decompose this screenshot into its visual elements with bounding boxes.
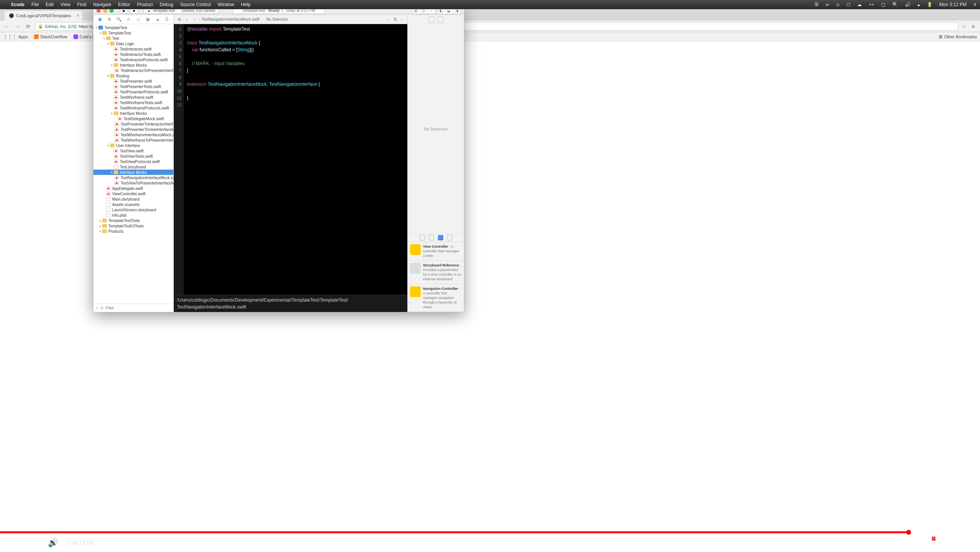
code-editor[interactable]: 123456789101112 @testable import Templat… xyxy=(174,24,407,295)
tree-row[interactable]: TestViewTests.swift xyxy=(93,154,173,159)
file-template-library-icon[interactable] xyxy=(420,235,425,240)
quick-help-tab-icon[interactable] xyxy=(438,16,444,23)
library-item[interactable]: View Controller - A controller that mana… xyxy=(408,242,464,261)
test-navigator-tab-icon[interactable]: ◇ xyxy=(135,16,141,23)
menu-help[interactable]: Help xyxy=(241,2,250,7)
menu-file[interactable]: File xyxy=(31,2,39,7)
menubar-dropbox-icon[interactable]: ◇ xyxy=(836,2,840,7)
menu-xcode[interactable]: Xcode xyxy=(11,2,24,7)
project-navigator-tab-icon[interactable]: ▣ xyxy=(97,16,103,23)
progress-track[interactable] xyxy=(0,531,980,533)
menubar-clock[interactable]: Mon 3:12 PM xyxy=(939,2,967,7)
counterparts-back-icon[interactable]: ‹ xyxy=(385,16,391,23)
media-library-icon[interactable] xyxy=(447,235,452,240)
menubar-cloud-icon[interactable]: ☁ xyxy=(857,2,862,7)
code-snippet-library-icon[interactable] xyxy=(429,235,434,240)
next-button[interactable]: ▶| xyxy=(28,537,38,548)
menubar-volume-icon[interactable]: 🔊 xyxy=(905,2,911,7)
menu-window[interactable]: Window xyxy=(218,2,234,7)
volume-icon[interactable]: 🔊 xyxy=(47,537,58,548)
tree-row[interactable]: TestWireframeProtocols.swift xyxy=(93,105,173,111)
tree-row[interactable]: ▸TemplateTestUITests xyxy=(93,223,173,229)
tree-row[interactable]: Main.storyboard xyxy=(93,196,173,202)
tree-row[interactable]: Test.storyboard xyxy=(93,164,173,170)
tree-row[interactable]: LaunchScreen.storyboard xyxy=(93,207,173,212)
tree-row[interactable]: AppDelegate.swift xyxy=(93,186,173,191)
menubar-infinity-icon[interactable]: ∞ xyxy=(826,2,829,7)
tree-row[interactable]: ▾Routing xyxy=(93,73,173,78)
play-button[interactable]: ▶ xyxy=(8,537,18,548)
fullscreen-button[interactable]: ⛶ xyxy=(962,537,972,548)
tree-row[interactable]: TestViewToPresenterInterfaceMock.swift xyxy=(93,180,173,186)
tree-row[interactable]: ViewController.swift xyxy=(93,191,173,196)
tree-row[interactable]: ▾TemplateTest xyxy=(93,25,173,30)
menubar-wifi-icon[interactable]: ▴ xyxy=(918,2,920,7)
tree-row[interactable]: ▾Interface Mocks xyxy=(93,170,173,175)
tree-row[interactable]: TestInteractorToPresenterInterfaceMock.s… xyxy=(93,68,173,73)
report-navigator-tab-icon[interactable]: ☰ xyxy=(164,16,170,23)
related-items-icon[interactable]: ⧉ xyxy=(176,16,182,23)
menubar-battery-icon[interactable]: 🔋 xyxy=(927,2,933,7)
tree-row[interactable]: TestInteractorTests.swift xyxy=(93,52,173,57)
disclosure-triangle-icon[interactable]: ▾ xyxy=(99,31,102,35)
project-tree[interactable]: ▾TemplateTest▾TemplateTest▾Test▾Data Log… xyxy=(93,24,173,304)
code-content[interactable]: @testable import TemplateTestclass TestN… xyxy=(184,24,407,295)
issue-navigator-tab-icon[interactable]: ⚠ xyxy=(126,16,132,23)
other-bookmarks[interactable]: ▥ Other Bookmarks xyxy=(939,34,977,39)
tree-row[interactable]: TestWireframeToPresenterInterfaceMock.sw… xyxy=(93,137,173,143)
tree-row[interactable]: ▸Products xyxy=(93,229,173,234)
menubar-search-icon[interactable]: 🔍 xyxy=(892,2,898,7)
tree-row[interactable]: Info.plist xyxy=(93,212,173,218)
tree-row[interactable]: TestWireframe.swift xyxy=(93,95,173,100)
tree-row[interactable]: TestDelegateMock.swift xyxy=(93,116,173,121)
tree-row[interactable]: ▾Interface Mocks xyxy=(93,62,173,68)
tree-row[interactable]: TestInteractor.swift xyxy=(93,46,173,52)
menu-edit[interactable]: Edit xyxy=(46,2,54,7)
menu-product[interactable]: Product xyxy=(137,2,153,7)
disclosure-triangle-icon[interactable]: ▾ xyxy=(110,112,113,115)
tree-row[interactable]: TestWireframeInterfacesMock.swift xyxy=(93,132,173,137)
browser-tab[interactable]: ColdLogical/VIPERTemplates × xyxy=(5,11,82,21)
disclosure-triangle-icon[interactable]: ▸ xyxy=(99,219,102,222)
menubar-shield-icon[interactable]: ⬡ xyxy=(846,2,850,7)
menu-find[interactable]: Find xyxy=(77,2,86,7)
captions-button[interactable]: CC xyxy=(905,540,915,546)
back-button[interactable]: ← xyxy=(3,23,11,30)
breakpoint-navigator-tab-icon[interactable]: ◄ xyxy=(154,16,160,23)
menu-debug[interactable]: Debug xyxy=(160,2,173,7)
tree-row[interactable]: ▾Interface Mocks xyxy=(93,111,173,116)
disclosure-triangle-icon[interactable]: ▾ xyxy=(106,74,109,78)
library-item[interactable]: Navigation Controller - A controller tha… xyxy=(408,284,464,312)
bookmark-star-icon[interactable]: ☆ xyxy=(961,23,966,29)
jump-forward-icon[interactable]: › xyxy=(191,16,198,23)
menu-editor[interactable]: Editor xyxy=(118,2,130,7)
menu-view[interactable]: View xyxy=(60,2,70,7)
tree-row[interactable]: TestPresenterToInteractorInterfaceMock.s… xyxy=(93,121,173,127)
object-library-icon[interactable] xyxy=(438,235,443,240)
tree-row[interactable]: ▾Test xyxy=(93,36,173,41)
tree-row[interactable]: TestPresenter.swift xyxy=(93,78,173,84)
disclosure-triangle-icon[interactable]: ▾ xyxy=(110,64,113,67)
theater-mode-button[interactable]: ▭ xyxy=(942,537,953,548)
disclosure-triangle-icon[interactable]: ▾ xyxy=(110,171,113,174)
debug-navigator-tab-icon[interactable]: ▦ xyxy=(145,16,151,23)
disclosure-triangle-icon[interactable]: ▾ xyxy=(106,42,109,46)
tree-row[interactable]: TestPresenterTests.swift xyxy=(93,84,173,89)
disclosure-triangle-icon[interactable]: ▸ xyxy=(99,230,102,233)
find-navigator-tab-icon[interactable]: 🔍 xyxy=(116,16,122,23)
symbol-navigator-tab-icon[interactable]: ⧉ xyxy=(106,16,113,23)
jump-file[interactable]: TestNavigationInterfaceMock.swift xyxy=(202,17,260,21)
tree-row[interactable]: TestNavigationInterfaceMock.swift xyxy=(93,175,173,180)
disclosure-triangle-icon[interactable]: ▾ xyxy=(103,37,106,40)
tree-row[interactable]: ▾TemplateTest xyxy=(93,30,173,36)
menubar-status-icon[interactable]: ⦿ xyxy=(814,2,819,7)
counterparts-menu-icon[interactable]: ☰ xyxy=(392,16,398,23)
settings-button[interactable]: ⚙HD xyxy=(923,537,934,548)
bookmark-stackoverflow[interactable]: StackOverflow xyxy=(34,34,67,39)
menubar-display-icon[interactable]: ▢ xyxy=(881,2,885,7)
jump-selection[interactable]: No Selection xyxy=(266,17,288,21)
disclosure-triangle-icon[interactable]: ▾ xyxy=(106,144,109,147)
tree-row[interactable]: Assets.xcassets xyxy=(93,202,173,207)
disclosure-triangle-icon[interactable]: ▸ xyxy=(99,224,102,228)
tree-row[interactable]: TestView.swift xyxy=(93,148,173,154)
